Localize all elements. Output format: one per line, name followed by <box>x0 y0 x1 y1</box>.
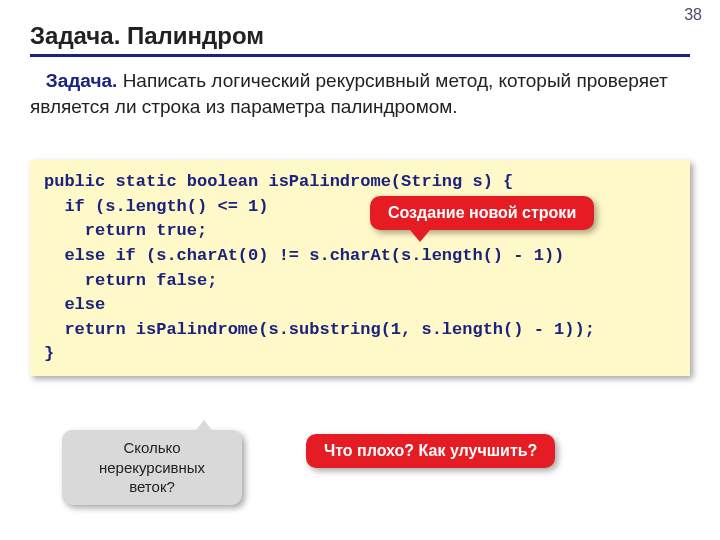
slide-title: Задача. Палиндром <box>30 22 264 50</box>
page-number: 38 <box>684 6 702 24</box>
problem-lead: Задача. <box>46 70 118 91</box>
code-block: public static boolean isPalindrome(Strin… <box>30 160 690 376</box>
title-underline <box>30 54 690 57</box>
callout-branches: Сколько нерекурсивных веток? <box>62 430 242 505</box>
callout-new-string: Создание новой строки <box>370 196 594 230</box>
problem-text: Написать логический рекурсивный метод, к… <box>30 70 668 117</box>
callout-improve: Что плохо? Как улучшить? <box>306 434 555 468</box>
problem-statement: Задача. Написать логический рекурсивный … <box>30 68 680 119</box>
